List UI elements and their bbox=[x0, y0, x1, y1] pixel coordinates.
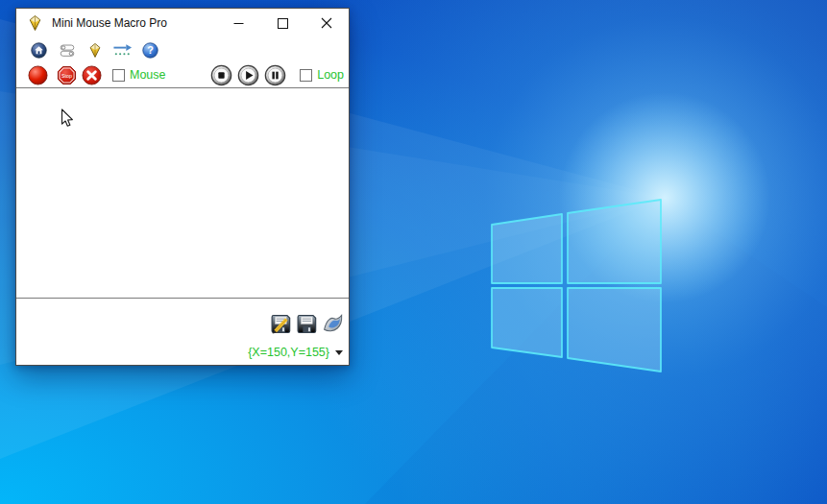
playback-play-button[interactable] bbox=[237, 64, 259, 86]
status-bar: {X=150,Y=155} bbox=[248, 346, 343, 359]
mouse-checkbox-label: Mouse bbox=[130, 68, 166, 82]
app-logo-icon bbox=[28, 14, 43, 32]
titlebar[interactable]: Mini Mouse Macro Pro bbox=[16, 9, 349, 37]
cursor-coordinates: {X=150,Y=155} bbox=[248, 346, 329, 359]
macro-wizard-button[interactable] bbox=[320, 311, 345, 336]
maximize-button[interactable] bbox=[260, 9, 304, 37]
playback-controls: Loop bbox=[210, 64, 344, 86]
macro-logo-button[interactable] bbox=[81, 38, 109, 61]
loop-checkbox-label: Loop bbox=[317, 68, 344, 82]
home-button[interactable] bbox=[25, 38, 53, 61]
bottom-panel: {X=150,Y=155} bbox=[16, 299, 349, 365]
mouse-cursor bbox=[61, 108, 74, 132]
loop-checkbox[interactable] bbox=[300, 69, 312, 82]
edit-save-button[interactable] bbox=[268, 311, 293, 336]
windows-logo-pane-top-right bbox=[568, 200, 661, 283]
stop-recording-button[interactable]: Stop bbox=[57, 65, 77, 85]
playback-stop-button[interactable] bbox=[210, 64, 232, 86]
record-playback-toolbar: Stop Mouse bbox=[16, 62, 349, 87]
minimize-button[interactable] bbox=[216, 9, 260, 37]
file-actions bbox=[267, 311, 345, 336]
mouse-checkbox[interactable] bbox=[112, 69, 125, 82]
clear-macro-button[interactable] bbox=[82, 65, 102, 85]
window-title: Mini Mouse Macro Pro bbox=[52, 16, 167, 30]
main-toolbar: ? bbox=[16, 37, 349, 62]
windows-logo-pane-bottom-right bbox=[568, 288, 661, 372]
continue-arrow-button[interactable] bbox=[109, 38, 136, 61]
stop-sign-label: Stop bbox=[61, 72, 72, 78]
close-button[interactable] bbox=[304, 9, 349, 37]
svg-text:?: ? bbox=[147, 44, 154, 56]
record-button[interactable] bbox=[28, 65, 48, 85]
save-button[interactable] bbox=[294, 311, 319, 336]
window-controls bbox=[216, 9, 349, 37]
windows-logo-pane-top-left bbox=[492, 214, 562, 283]
windows-logo-pane-bottom-left bbox=[492, 288, 562, 357]
coordinates-dropdown[interactable] bbox=[335, 350, 343, 355]
playback-pause-button[interactable] bbox=[264, 64, 286, 86]
help-button[interactable]: ? bbox=[136, 38, 164, 61]
app-window-mini-mouse-macro: Mini Mouse Macro Pro bbox=[15, 8, 350, 366]
macro-event-list[interactable] bbox=[16, 87, 349, 299]
options-toggles-button[interactable] bbox=[53, 38, 81, 61]
